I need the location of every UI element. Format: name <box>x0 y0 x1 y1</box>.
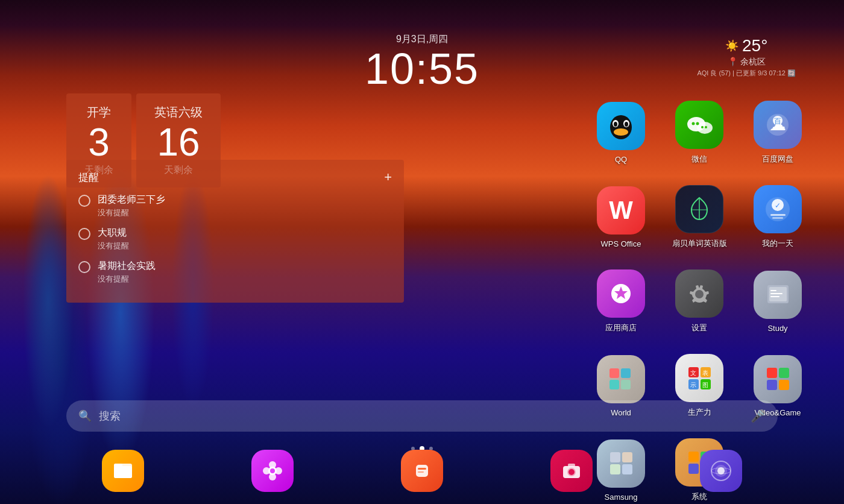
app-icon-myoneday: ✓ <box>754 185 802 233</box>
microphone-icon[interactable]: 🎤 <box>751 409 766 423</box>
svg-text:示: 示 <box>690 382 696 388</box>
svg-text:文: 文 <box>690 370 696 376</box>
app-item-qq[interactable]: QQ <box>585 93 657 172</box>
search-bar[interactable]: 🔍 搜索 🎤 <box>66 400 778 432</box>
app-icon-wechat <box>675 101 723 149</box>
app-label-myoneday: 我的一天 <box>762 238 793 249</box>
search-icon: 🔍 <box>78 409 92 423</box>
search-placeholder: 搜索 <box>99 409 743 423</box>
countdown-label-0: 开学 <box>84 104 113 121</box>
app-label-qq: QQ <box>615 155 627 164</box>
app-icon-study <box>754 271 802 319</box>
svg-text:百: 百 <box>774 117 781 125</box>
svg-rect-62 <box>416 465 428 477</box>
svg-point-11 <box>705 126 707 128</box>
countdown-number-0: 3 <box>84 123 113 162</box>
svg-rect-43 <box>779 368 789 378</box>
app-icon-baidu: ☁ 百 <box>754 101 802 149</box>
dock-icon-nebula <box>700 450 742 492</box>
countdown-number-1: 16 <box>154 123 203 162</box>
svg-rect-27 <box>770 293 783 294</box>
app-item-baidu[interactable]: ☁ 百 百度网盘 <box>742 93 814 172</box>
svg-rect-41 <box>767 368 777 378</box>
svg-rect-42 <box>767 380 777 390</box>
weather-icon: ☀️ <box>725 39 738 52</box>
reminder-title: 提醒 <box>78 171 99 184</box>
reminder-item-sub-2: 没有提醒 <box>98 274 156 285</box>
app-icon-videogame <box>754 355 802 403</box>
reminder-text-1: 大职规 没有提醒 <box>98 227 129 251</box>
app-item-wechat[interactable]: 微信 <box>663 93 735 172</box>
svg-text:表: 表 <box>702 370 708 376</box>
dock <box>0 438 844 504</box>
reminder-item-title-0: 团委老师三下乡 <box>98 194 165 206</box>
app-label-shanbeici: 扇贝单词英语版 <box>672 238 727 249</box>
app-icon-wps: W <box>597 186 645 235</box>
svg-rect-31 <box>621 368 631 378</box>
reminder-text-0: 团委老师三下乡 没有提醒 <box>98 194 165 218</box>
svg-rect-26 <box>770 290 776 291</box>
svg-point-61 <box>270 468 275 473</box>
app-label-wechat: 微信 <box>691 154 707 165</box>
dock-icon-topbuzz <box>401 450 443 492</box>
dock-item-topbuzz[interactable] <box>401 450 443 492</box>
reminder-text-2: 暑期社会实践 没有提醒 <box>98 260 156 285</box>
app-label-wps: WPS Office <box>601 239 641 248</box>
app-label-appstore: 应用商店 <box>605 323 637 333</box>
app-item-wps[interactable]: W WPS Office <box>585 178 657 256</box>
svg-text:图: 图 <box>702 382 708 388</box>
svg-point-3 <box>614 122 617 127</box>
app-icon-settings <box>675 269 723 318</box>
app-item-appstore[interactable]: 应用商店 <box>585 262 657 341</box>
reminder-item-sub-1: 没有提醒 <box>98 241 129 251</box>
svg-rect-28 <box>770 296 779 297</box>
svg-point-8 <box>691 122 694 125</box>
dock-item-capture[interactable] <box>550 450 593 492</box>
dock-icon-files <box>102 450 144 492</box>
svg-rect-44 <box>779 380 789 390</box>
reminder-add-button[interactable]: + <box>384 169 392 185</box>
svg-point-67 <box>568 469 575 475</box>
svg-rect-30 <box>609 380 619 389</box>
clock-time: 10:55 <box>365 47 479 90</box>
app-label-settings: 设置 <box>691 323 707 333</box>
svg-rect-63 <box>418 468 426 470</box>
weather-temp: 25° <box>742 36 767 55</box>
app-item-settings[interactable]: 设置 <box>663 262 735 341</box>
svg-point-5 <box>614 128 628 136</box>
app-label-baidu: 百度网盘 <box>762 154 793 165</box>
reminder-item-sub-0: 没有提醒 <box>98 207 165 218</box>
clock-date: 9月3日,周四 <box>365 33 479 46</box>
app-icon-appstore <box>597 269 645 318</box>
app-icon-shanbeici <box>675 185 723 233</box>
reminder-header: 提醒 + <box>78 169 392 185</box>
app-item-study[interactable]: Study <box>742 262 814 341</box>
svg-rect-64 <box>418 471 424 473</box>
svg-text:W: W <box>609 196 633 224</box>
app-icon-world <box>597 355 645 403</box>
svg-point-23 <box>695 290 704 298</box>
reminder-checkbox-1[interactable] <box>78 228 90 240</box>
weather-aqi: AQI 良 (57) | 已更新 9/3 07:12 🔄 <box>697 69 796 78</box>
dock-item-flower[interactable] <box>251 450 294 492</box>
svg-point-4 <box>625 122 628 127</box>
app-item-shanbeici[interactable]: 扇贝单词英语版 <box>663 178 735 256</box>
dock-item-files[interactable] <box>102 450 144 492</box>
app-item-myoneday[interactable]: ✓ 我的一天 <box>742 178 814 256</box>
svg-rect-32 <box>621 380 631 389</box>
dock-item-nebula[interactable] <box>700 450 742 492</box>
reminder-checkbox-2[interactable] <box>78 261 90 273</box>
weather-widget: ☀️ 25° 📍 余杭区 AQI 良 (57) | 已更新 9/3 07:12 … <box>697 36 796 78</box>
svg-point-7 <box>697 122 713 134</box>
svg-rect-55 <box>114 464 122 467</box>
reminder-item-title-2: 暑期社会实践 <box>98 260 156 272</box>
reminder-item-0: 团委老师三下乡 没有提醒 <box>78 194 392 218</box>
svg-point-9 <box>696 122 699 125</box>
svg-rect-29 <box>609 368 619 378</box>
svg-rect-54 <box>114 466 132 478</box>
app-icon-qq <box>597 102 645 150</box>
clock-widget: 9月3日,周四 10:55 <box>365 33 479 90</box>
reminder-checkbox-0[interactable] <box>78 195 90 207</box>
svg-point-10 <box>701 126 704 128</box>
svg-point-71 <box>717 467 725 474</box>
